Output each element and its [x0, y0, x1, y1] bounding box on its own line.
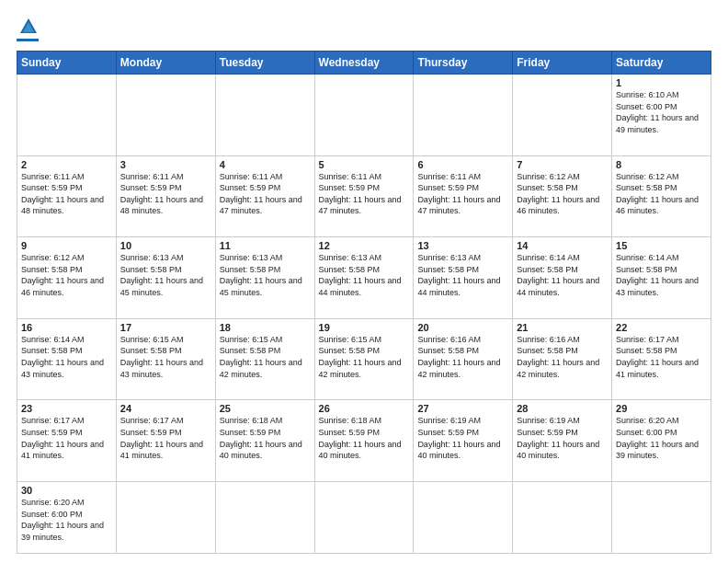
day-info: Sunrise: 6:11 AMSunset: 5:59 PMDaylight:… — [319, 171, 410, 217]
day-info: Sunrise: 6:19 AMSunset: 5:59 PMDaylight:… — [417, 415, 508, 461]
calendar-cell: 22Sunrise: 6:17 AMSunset: 5:58 PMDayligh… — [612, 318, 711, 400]
calendar-week-1: 1Sunrise: 6:10 AMSunset: 6:00 PMDaylight… — [17, 75, 711, 156]
calendar-dow-wednesday: Wednesday — [314, 52, 414, 75]
calendar-cell: 14Sunrise: 6:14 AMSunset: 5:58 PMDayligh… — [513, 237, 612, 319]
logo — [17, 17, 39, 41]
calendar-cell: 5Sunrise: 6:11 AMSunset: 5:59 PMDaylight… — [314, 155, 414, 237]
calendar-cell: 15Sunrise: 6:14 AMSunset: 5:58 PMDayligh… — [612, 237, 711, 319]
calendar-cell — [314, 75, 414, 156]
day-number: 4 — [220, 159, 311, 170]
day-number: 23 — [21, 403, 112, 414]
calendar-dow-tuesday: Tuesday — [215, 52, 314, 75]
day-number: 12 — [319, 240, 410, 251]
day-info: Sunrise: 6:11 AMSunset: 5:59 PMDaylight:… — [21, 171, 112, 217]
calendar-cell — [116, 75, 215, 156]
day-number: 28 — [517, 403, 608, 414]
day-info: Sunrise: 6:14 AMSunset: 5:58 PMDaylight:… — [616, 252, 707, 298]
calendar-cell: 26Sunrise: 6:18 AMSunset: 5:59 PMDayligh… — [314, 400, 414, 482]
day-number: 15 — [616, 240, 707, 251]
day-number: 11 — [220, 240, 311, 251]
calendar-cell: 29Sunrise: 6:20 AMSunset: 6:00 PMDayligh… — [612, 400, 711, 482]
day-info: Sunrise: 6:11 AMSunset: 5:59 PMDaylight:… — [120, 171, 211, 217]
day-number: 27 — [417, 403, 508, 414]
calendar-cell: 19Sunrise: 6:15 AMSunset: 5:58 PMDayligh… — [314, 318, 414, 400]
day-number: 1 — [616, 77, 707, 88]
calendar-cell: 18Sunrise: 6:15 AMSunset: 5:58 PMDayligh… — [215, 318, 314, 400]
calendar-cell: 21Sunrise: 6:16 AMSunset: 5:58 PMDayligh… — [513, 318, 612, 400]
page: SundayMondayTuesdayWednesdayThursdayFrid… — [0, 0, 728, 563]
calendar-dow-friday: Friday — [513, 52, 612, 75]
day-number: 18 — [220, 322, 311, 333]
day-number: 7 — [517, 159, 608, 170]
calendar-cell: 27Sunrise: 6:19 AMSunset: 5:59 PMDayligh… — [414, 400, 513, 482]
calendar-dow-thursday: Thursday — [414, 52, 513, 75]
day-info: Sunrise: 6:18 AMSunset: 5:59 PMDaylight:… — [220, 415, 311, 461]
day-info: Sunrise: 6:11 AMSunset: 5:59 PMDaylight:… — [220, 171, 311, 217]
calendar-week-6: 30Sunrise: 6:20 AMSunset: 6:00 PMDayligh… — [17, 482, 711, 554]
day-info: Sunrise: 6:12 AMSunset: 5:58 PMDaylight:… — [616, 171, 707, 217]
day-info: Sunrise: 6:13 AMSunset: 5:58 PMDaylight:… — [220, 252, 311, 298]
day-number: 21 — [517, 322, 608, 333]
calendar-week-2: 2Sunrise: 6:11 AMSunset: 5:59 PMDaylight… — [17, 155, 711, 237]
calendar-cell: 10Sunrise: 6:13 AMSunset: 5:58 PMDayligh… — [116, 237, 215, 319]
day-info: Sunrise: 6:17 AMSunset: 5:59 PMDaylight:… — [120, 415, 211, 461]
logo-icon — [18, 17, 39, 37]
day-info: Sunrise: 6:17 AMSunset: 5:59 PMDaylight:… — [21, 415, 112, 461]
day-number: 13 — [417, 240, 508, 251]
calendar-cell: 2Sunrise: 6:11 AMSunset: 5:59 PMDaylight… — [17, 155, 117, 237]
calendar-cell — [314, 482, 414, 554]
calendar-cell: 3Sunrise: 6:11 AMSunset: 5:59 PMDaylight… — [116, 155, 215, 237]
calendar-cell: 6Sunrise: 6:11 AMSunset: 5:59 PMDaylight… — [414, 155, 513, 237]
day-info: Sunrise: 6:14 AMSunset: 5:58 PMDaylight:… — [517, 252, 608, 298]
calendar-cell: 8Sunrise: 6:12 AMSunset: 5:58 PMDaylight… — [612, 155, 711, 237]
calendar-cell: 24Sunrise: 6:17 AMSunset: 5:59 PMDayligh… — [116, 400, 215, 482]
day-info: Sunrise: 6:20 AMSunset: 6:00 PMDaylight:… — [616, 415, 707, 461]
day-number: 30 — [21, 485, 112, 496]
day-number: 26 — [319, 403, 410, 414]
day-number: 14 — [517, 240, 608, 251]
day-number: 17 — [120, 322, 211, 333]
calendar-week-3: 9Sunrise: 6:12 AMSunset: 5:58 PMDaylight… — [17, 237, 711, 319]
day-number: 6 — [417, 159, 508, 170]
day-info: Sunrise: 6:15 AMSunset: 5:58 PMDaylight:… — [120, 334, 211, 380]
calendar-header-row: SundayMondayTuesdayWednesdayThursdayFrid… — [17, 52, 711, 75]
calendar-cell — [612, 482, 711, 554]
day-info: Sunrise: 6:12 AMSunset: 5:58 PMDaylight:… — [517, 171, 608, 217]
calendar-cell — [116, 482, 215, 554]
calendar-dow-monday: Monday — [116, 52, 215, 75]
calendar-cell: 30Sunrise: 6:20 AMSunset: 6:00 PMDayligh… — [17, 482, 117, 554]
day-number: 22 — [616, 322, 707, 333]
day-info: Sunrise: 6:19 AMSunset: 5:59 PMDaylight:… — [517, 415, 608, 461]
day-number: 25 — [220, 403, 311, 414]
day-number: 3 — [120, 159, 211, 170]
day-info: Sunrise: 6:13 AMSunset: 5:58 PMDaylight:… — [319, 252, 410, 298]
day-number: 29 — [616, 403, 707, 414]
calendar-cell: 25Sunrise: 6:18 AMSunset: 5:59 PMDayligh… — [215, 400, 314, 482]
calendar-cell: 13Sunrise: 6:13 AMSunset: 5:58 PMDayligh… — [414, 237, 513, 319]
day-number: 8 — [616, 159, 707, 170]
day-info: Sunrise: 6:20 AMSunset: 6:00 PMDaylight:… — [21, 497, 112, 543]
calendar-cell: 9Sunrise: 6:12 AMSunset: 5:58 PMDaylight… — [17, 237, 117, 319]
day-info: Sunrise: 6:16 AMSunset: 5:58 PMDaylight:… — [517, 334, 608, 380]
calendar-dow-saturday: Saturday — [612, 52, 711, 75]
day-number: 10 — [120, 240, 211, 251]
day-info: Sunrise: 6:12 AMSunset: 5:58 PMDaylight:… — [21, 252, 112, 298]
calendar-cell: 11Sunrise: 6:13 AMSunset: 5:58 PMDayligh… — [215, 237, 314, 319]
day-info: Sunrise: 6:15 AMSunset: 5:58 PMDaylight:… — [220, 334, 311, 380]
calendar-cell: 23Sunrise: 6:17 AMSunset: 5:59 PMDayligh… — [17, 400, 117, 482]
day-info: Sunrise: 6:13 AMSunset: 5:58 PMDaylight:… — [120, 252, 211, 298]
calendar-cell: 20Sunrise: 6:16 AMSunset: 5:58 PMDayligh… — [414, 318, 513, 400]
calendar-cell: 4Sunrise: 6:11 AMSunset: 5:59 PMDaylight… — [215, 155, 314, 237]
day-number: 19 — [319, 322, 410, 333]
day-info: Sunrise: 6:15 AMSunset: 5:58 PMDaylight:… — [319, 334, 410, 380]
calendar-cell: 12Sunrise: 6:13 AMSunset: 5:58 PMDayligh… — [314, 237, 414, 319]
calendar-cell: 7Sunrise: 6:12 AMSunset: 5:58 PMDaylight… — [513, 155, 612, 237]
day-info: Sunrise: 6:14 AMSunset: 5:58 PMDaylight:… — [21, 334, 112, 380]
day-info: Sunrise: 6:16 AMSunset: 5:58 PMDaylight:… — [417, 334, 508, 380]
day-number: 20 — [417, 322, 508, 333]
calendar-cell: 28Sunrise: 6:19 AMSunset: 5:59 PMDayligh… — [513, 400, 612, 482]
calendar-cell — [513, 482, 612, 554]
logo-underline — [17, 39, 39, 41]
day-info: Sunrise: 6:10 AMSunset: 6:00 PMDaylight:… — [616, 89, 707, 135]
day-number: 16 — [21, 322, 112, 333]
